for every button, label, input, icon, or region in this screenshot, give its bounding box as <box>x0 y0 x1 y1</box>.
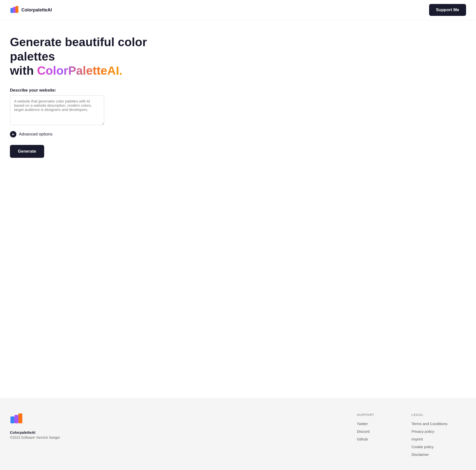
svg-rect-4 <box>14 415 18 423</box>
logo-text: ColorpaletteAI <box>21 7 52 13</box>
footer-link-privacy[interactable]: Privacy policy <box>411 429 466 434</box>
footer-legal-section: LEGAL Terms and Conditions Privacy polic… <box>411 413 466 460</box>
footer-legal-title: LEGAL <box>411 413 466 417</box>
footer-support-section: SUPPORT Twitter Discord Github <box>357 413 411 460</box>
svg-rect-3 <box>10 416 14 423</box>
footer-link-discord[interactable]: Discord <box>357 429 411 434</box>
footer-copyright: ©2023 Software Yannick Seeger <box>10 436 357 439</box>
footer-link-twitter[interactable]: Twitter <box>357 422 411 426</box>
chevron-right-icon <box>10 131 16 137</box>
description-textarea[interactable] <box>10 95 104 125</box>
footer-link-cookie[interactable]: Cookie policy <box>411 445 466 449</box>
footer-link-imprint[interactable]: Imprint <box>411 437 466 441</box>
description-label: Describe your website: <box>10 88 189 93</box>
generate-button[interactable]: Generate <box>10 145 44 158</box>
footer-brand: ColorpaletteAI ©2023 Software Yannick Se… <box>10 413 357 460</box>
support-button[interactable]: Support Me <box>429 4 466 16</box>
logo[interactable]: ColorpaletteAI <box>10 5 52 14</box>
hero-headline: Generate beautiful color palettes with C… <box>10 35 189 78</box>
advanced-options-toggle[interactable]: Advanced options <box>10 131 52 137</box>
logo-icon <box>10 5 19 14</box>
svg-rect-2 <box>15 6 18 13</box>
footer-logo-icon <box>10 413 23 426</box>
footer-brand-name: ColorpaletteAI <box>10 430 357 435</box>
footer-link-terms[interactable]: Terms and Conditions <box>411 422 466 426</box>
footer-link-github[interactable]: Github <box>357 437 411 441</box>
footer-support-title: SUPPORT <box>357 413 411 417</box>
svg-rect-5 <box>18 413 22 423</box>
footer-link-disclaimer[interactable]: Disclaimer <box>411 452 466 457</box>
advanced-options-label: Advanced options <box>19 132 52 137</box>
